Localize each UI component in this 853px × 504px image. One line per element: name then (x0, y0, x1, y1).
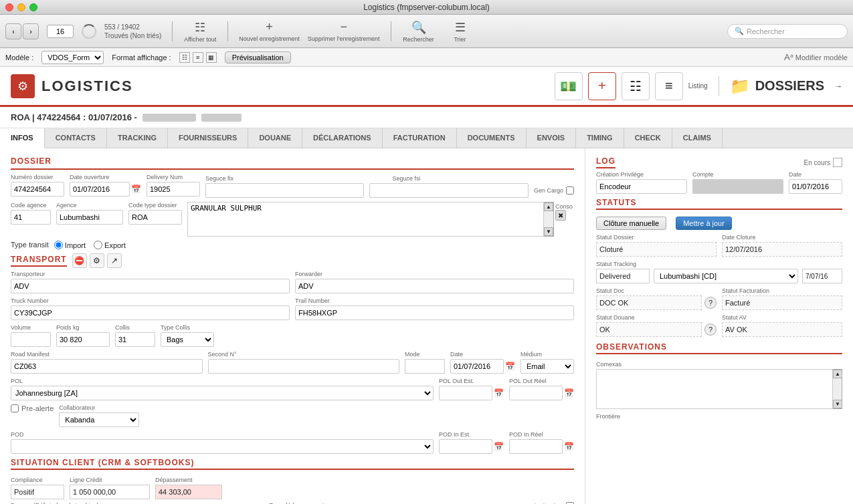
tab-claims[interactable]: CLAIMS (672, 128, 723, 148)
seguce-fix-input[interactable] (205, 183, 364, 198)
log-date-input[interactable] (789, 179, 842, 194)
supprimer-action[interactable]: − Supprimer l'enregistrement (308, 20, 380, 42)
forwarder-input[interactable] (295, 279, 574, 293)
pre-alerte-checkbox[interactable] (11, 404, 19, 412)
observations-title: OBSERVATIONS (596, 342, 842, 354)
code-type-input[interactable] (128, 210, 182, 225)
pol-out-reel-input[interactable] (509, 386, 563, 400)
seguce-textarea[interactable]: GRANULAR SULPHUR (187, 202, 544, 237)
poids-input[interactable] (56, 332, 110, 347)
type-collis-select[interactable]: Bags (161, 332, 214, 347)
comexas-scroll-down[interactable]: ▼ (833, 400, 842, 408)
tab-facturation[interactable]: FACTURATION (383, 128, 457, 148)
nav-prev-button[interactable]: ‹ (5, 23, 21, 39)
transport-icon-buttons: ⛔ ⚙ ↗ (72, 253, 122, 268)
nav-next-button[interactable]: › (23, 23, 39, 39)
code-type-group: Code type dossier (128, 202, 182, 225)
pre-alerte-group: Pre-alerte (11, 404, 54, 412)
comexas-scroll-up[interactable]: ▲ (833, 370, 842, 378)
date-calendar-icon[interactable]: 📅 (505, 362, 515, 371)
transport-icon-1[interactable]: ⛔ (72, 253, 87, 268)
trier-action[interactable]: ☰ Trier (444, 20, 477, 43)
transport-icon-3[interactable]: ↗ (107, 253, 122, 268)
format-list-icon[interactable]: ≡ (193, 52, 203, 63)
pod-in-est-calendar[interactable]: 📅 (494, 442, 504, 451)
medium-select[interactable]: Email (520, 359, 574, 374)
maximize-button[interactable] (29, 3, 37, 11)
tab-check[interactable]: CHECK (624, 128, 672, 148)
date-ouverture-input[interactable] (70, 182, 130, 197)
conso-x-btn[interactable]: ✖ (555, 210, 566, 221)
type-collis-group: Type Collis Bags (161, 324, 214, 347)
second-n-input[interactable] (208, 359, 400, 374)
close-button[interactable] (5, 3, 13, 11)
comexas-textarea[interactable] (596, 369, 833, 409)
minimize-button[interactable] (17, 3, 25, 11)
format-grid-icon[interactable]: ▦ (206, 52, 217, 63)
mettre-a-jour-btn[interactable]: Mettre à jour (676, 217, 732, 230)
tab-contacts[interactable]: CONTACTS (45, 128, 107, 148)
code-agence-input[interactable] (11, 210, 51, 225)
pol-select[interactable]: Johannesburg [ZA] (11, 388, 433, 398)
pod-in-reel-field: 📅 (509, 439, 574, 454)
pod-in-reel-calendar[interactable]: 📅 (564, 442, 574, 451)
tab-timing[interactable]: TIMING (576, 128, 624, 148)
delivery-num-input[interactable] (147, 182, 200, 197)
truck-input[interactable] (11, 305, 290, 320)
modele-select[interactable]: VDOS_Form (41, 51, 104, 64)
dollar-icon-btn[interactable]: 💵 (555, 72, 583, 100)
tab-envois[interactable]: ENVOIS (527, 128, 577, 148)
tab-tracking[interactable]: TRACKING (107, 128, 168, 148)
collis-input[interactable] (115, 332, 155, 347)
table-icon-btn[interactable]: ☷ (622, 72, 650, 100)
en-cours-checkbox[interactable] (833, 158, 842, 167)
pol-out-est-input[interactable] (439, 386, 492, 400)
plus-circle-icon-btn[interactable]: + (588, 72, 616, 100)
nav-buttons: ‹ › (5, 23, 39, 39)
volume-input[interactable] (11, 332, 51, 347)
tab-fournisseurs[interactable]: FOURNISSEURS (168, 128, 248, 148)
compte-blurred (692, 179, 783, 194)
transport-icon-2[interactable]: ⚙ (90, 253, 104, 268)
statut-douane-info-icon[interactable]: ? (704, 324, 717, 336)
search-box[interactable]: 🔍 Rechercher (727, 24, 848, 39)
pod-select[interactable] (11, 441, 433, 452)
road-manifest-input[interactable] (11, 359, 203, 374)
pol-out-est-calendar[interactable]: 📅 (494, 388, 504, 398)
pol-out-reel-calendar[interactable]: 📅 (564, 388, 574, 398)
cloture-manuelle-btn[interactable]: Clôture manuelle (596, 217, 666, 230)
transporteur-input[interactable] (11, 279, 290, 293)
gen-cargo-checkbox[interactable] (566, 186, 574, 195)
collaborateur-select[interactable]: Kabanda (59, 412, 139, 427)
tracking-location-select[interactable]: Lubumbashi [CD] (654, 269, 798, 283)
date-mode-input[interactable] (450, 359, 504, 374)
preview-button[interactable]: Prévisualisation (225, 51, 291, 64)
scroll-down-btn[interactable]: ▼ (544, 227, 553, 236)
seguce-fsi-input[interactable] (369, 183, 528, 198)
trail-input[interactable] (295, 305, 574, 320)
afficher-tout-action[interactable]: ☷ Afficher tout (183, 20, 217, 43)
pod-in-reel-input[interactable] (509, 439, 563, 454)
export-radio[interactable] (94, 241, 102, 249)
ligne-credit-group: Ligne Crédit 1 050 000,00 (70, 477, 150, 499)
agence-input[interactable] (56, 210, 123, 225)
format-table-icon[interactable]: ☷ (179, 52, 190, 63)
calendar-icon[interactable]: 📅 (131, 184, 141, 194)
pod-in-est-input[interactable] (439, 439, 492, 454)
tab-declarations[interactable]: DÉCLARATIONS (302, 128, 383, 148)
record-number-input[interactable] (47, 25, 74, 38)
tab-douane[interactable]: DOUANE (248, 128, 302, 148)
numero-dossier-input[interactable] (11, 182, 64, 197)
import-radio[interactable] (54, 241, 63, 249)
export-radio-label[interactable]: Export (94, 241, 126, 249)
rechercher-action[interactable]: 🔍 Rechercher (402, 20, 436, 43)
tab-documents[interactable]: DOCUMENTS (457, 128, 527, 148)
list-icon-btn[interactable]: ≡ (655, 72, 683, 100)
statut-doc-info-icon[interactable]: ? (704, 297, 717, 309)
volume-group: Volume (11, 324, 51, 347)
scroll-up-btn[interactable]: ▲ (544, 203, 553, 211)
nouvel-enregistrement-action[interactable]: + Nouvel enregistrement (239, 20, 300, 42)
creation-privilege-input[interactable] (596, 179, 687, 194)
import-radio-label[interactable]: Import (54, 241, 86, 249)
tab-infos[interactable]: INFOS (0, 128, 45, 148)
